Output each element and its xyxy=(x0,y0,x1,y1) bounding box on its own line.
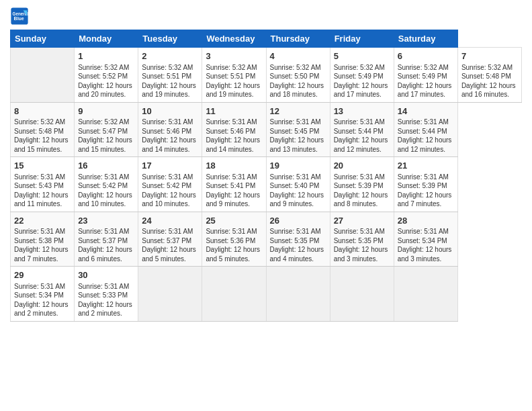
day-info-line: Sunrise: 5:31 AM xyxy=(334,227,390,236)
day-number: 2 xyxy=(142,50,198,62)
day-cell: 19Sunrise: 5:31 AMSunset: 5:40 PMDayligh… xyxy=(266,157,330,212)
day-info-line: and 14 minutes. xyxy=(142,145,198,154)
day-cell: 13Sunrise: 5:31 AMSunset: 5:44 PMDayligh… xyxy=(330,102,394,157)
day-info-line: Daylight: 12 hours xyxy=(398,245,454,255)
day-cell: 29Sunrise: 5:31 AMSunset: 5:34 PMDayligh… xyxy=(11,267,75,322)
day-info-line: Daylight: 12 hours xyxy=(142,245,198,255)
day-info-line: and 2 minutes. xyxy=(78,309,134,318)
day-info-line: and 3 minutes. xyxy=(334,255,390,264)
day-info-line: Sunrise: 5:32 AM xyxy=(78,63,134,73)
day-info-line: Daylight: 12 hours xyxy=(78,136,134,145)
day-info-line: Sunrise: 5:31 AM xyxy=(78,173,134,182)
day-info-line: Sunset: 5:39 PM xyxy=(334,181,390,191)
day-info-line: Sunrise: 5:32 AM xyxy=(206,63,262,73)
day-info-line: Sunset: 5:47 PM xyxy=(78,127,134,136)
day-info-line: Daylight: 12 hours xyxy=(14,136,71,145)
day-info-line: Sunset: 5:49 PM xyxy=(334,72,390,81)
day-info-line: Sunrise: 5:31 AM xyxy=(78,282,134,291)
day-number: 13 xyxy=(334,105,390,118)
day-cell: 17Sunrise: 5:31 AMSunset: 5:42 PMDayligh… xyxy=(138,157,202,212)
day-info-line: and 14 minutes. xyxy=(206,145,262,154)
day-info-line: Sunrise: 5:32 AM xyxy=(14,118,71,127)
day-info-line: and 12 minutes. xyxy=(398,145,454,154)
day-cell: 14Sunrise: 5:31 AMSunset: 5:44 PMDayligh… xyxy=(394,102,457,157)
week-row-5: 29Sunrise: 5:31 AMSunset: 5:34 PMDayligh… xyxy=(11,267,522,322)
day-info-line: Sunset: 5:44 PM xyxy=(334,127,390,136)
header-cell-monday: Monday xyxy=(75,30,138,48)
day-cell: 12Sunrise: 5:31 AMSunset: 5:45 PMDayligh… xyxy=(266,102,330,157)
header-cell-friday: Friday xyxy=(330,30,394,48)
day-cell: 24Sunrise: 5:31 AMSunset: 5:37 PMDayligh… xyxy=(138,212,202,267)
day-info-line: Sunrise: 5:31 AM xyxy=(398,227,454,236)
header-cell-sunday: Sunday xyxy=(11,30,75,48)
day-info-line: Sunrise: 5:31 AM xyxy=(334,118,390,127)
day-info-line: and 10 minutes. xyxy=(142,199,198,209)
day-number: 20 xyxy=(334,160,390,172)
day-number: 8 xyxy=(14,105,71,118)
day-info-line: Sunset: 5:39 PM xyxy=(398,181,454,191)
day-info-line: Daylight: 12 hours xyxy=(206,191,262,200)
day-info-line: Sunrise: 5:31 AM xyxy=(14,282,71,291)
day-info-line: Sunset: 5:40 PM xyxy=(270,181,326,191)
day-info-line: and 17 minutes. xyxy=(334,90,390,99)
day-info-line: Sunset: 5:51 PM xyxy=(206,72,262,81)
day-number: 29 xyxy=(14,269,71,281)
day-cell: 25Sunrise: 5:31 AMSunset: 5:36 PMDayligh… xyxy=(202,212,266,267)
day-info-line: Sunset: 5:50 PM xyxy=(270,72,326,81)
day-info-line: Daylight: 12 hours xyxy=(78,245,134,255)
day-info-line: Daylight: 12 hours xyxy=(334,136,390,145)
day-number: 17 xyxy=(142,160,198,172)
day-info-line: Daylight: 12 hours xyxy=(270,136,326,145)
day-info-line: Daylight: 12 hours xyxy=(206,245,262,255)
page-header: General Blue xyxy=(10,7,522,26)
day-number: 19 xyxy=(270,160,326,172)
day-info-line: Daylight: 12 hours xyxy=(142,191,198,200)
day-info-line: Daylight: 12 hours xyxy=(14,191,71,200)
day-cell: 27Sunrise: 5:31 AMSunset: 5:35 PMDayligh… xyxy=(330,212,394,267)
day-info-line: Daylight: 12 hours xyxy=(14,300,71,310)
day-number: 25 xyxy=(206,215,262,227)
day-info-line: Daylight: 12 hours xyxy=(398,191,454,200)
day-info-line: Sunrise: 5:31 AM xyxy=(206,227,262,236)
day-cell xyxy=(330,267,394,322)
day-info-line: Daylight: 12 hours xyxy=(142,81,198,91)
day-info-line: Daylight: 12 hours xyxy=(206,136,262,145)
day-info-line: Daylight: 12 hours xyxy=(78,81,134,91)
day-number: 23 xyxy=(78,215,134,227)
header-cell-thursday: Thursday xyxy=(266,30,330,48)
day-cell: 22Sunrise: 5:31 AMSunset: 5:38 PMDayligh… xyxy=(11,212,75,267)
day-cell: 5Sunrise: 5:32 AMSunset: 5:49 PMDaylight… xyxy=(330,48,394,103)
day-info-line: and 19 minutes. xyxy=(142,90,198,99)
calendar-table: SundayMondayTuesdayWednesdayThursdayFrid… xyxy=(10,30,522,322)
day-info-line: Sunrise: 5:31 AM xyxy=(78,227,134,236)
day-number: 4 xyxy=(270,50,326,62)
day-cell: 1Sunrise: 5:32 AMSunset: 5:52 PMDaylight… xyxy=(75,48,138,103)
day-number: 5 xyxy=(334,50,390,62)
day-info-line: Sunrise: 5:32 AM xyxy=(270,63,326,73)
day-info-line: Daylight: 12 hours xyxy=(461,81,518,91)
day-cell: 28Sunrise: 5:31 AMSunset: 5:34 PMDayligh… xyxy=(394,212,457,267)
day-info-line: Sunset: 5:38 PM xyxy=(14,236,71,246)
day-number: 10 xyxy=(142,105,198,118)
day-number: 18 xyxy=(206,160,262,172)
day-number: 14 xyxy=(398,105,454,118)
day-info-line: Sunset: 5:34 PM xyxy=(14,291,71,300)
day-info-line: Daylight: 12 hours xyxy=(142,136,198,145)
day-cell: 21Sunrise: 5:31 AMSunset: 5:39 PMDayligh… xyxy=(394,157,457,212)
day-info-line: and 19 minutes. xyxy=(206,90,262,99)
day-info-line: Sunset: 5:45 PM xyxy=(270,127,326,136)
day-cell: 10Sunrise: 5:31 AMSunset: 5:46 PMDayligh… xyxy=(138,102,202,157)
week-row-2: 8Sunrise: 5:32 AMSunset: 5:48 PMDaylight… xyxy=(11,102,522,157)
day-info-line: Sunrise: 5:31 AM xyxy=(398,118,454,127)
day-info-line: Daylight: 12 hours xyxy=(398,136,454,145)
day-number: 26 xyxy=(270,215,326,227)
day-cell: 3Sunrise: 5:32 AMSunset: 5:51 PMDaylight… xyxy=(202,48,266,103)
day-number: 30 xyxy=(78,269,134,281)
day-info-line: Sunrise: 5:32 AM xyxy=(398,63,454,73)
day-info-line: and 5 minutes. xyxy=(142,255,198,264)
day-info-line: Sunrise: 5:32 AM xyxy=(142,63,198,73)
day-info-line: Sunset: 5:48 PM xyxy=(461,72,518,81)
day-cell xyxy=(202,267,266,322)
day-cell: 20Sunrise: 5:31 AMSunset: 5:39 PMDayligh… xyxy=(330,157,394,212)
day-cell: 9Sunrise: 5:32 AMSunset: 5:47 PMDaylight… xyxy=(75,102,138,157)
